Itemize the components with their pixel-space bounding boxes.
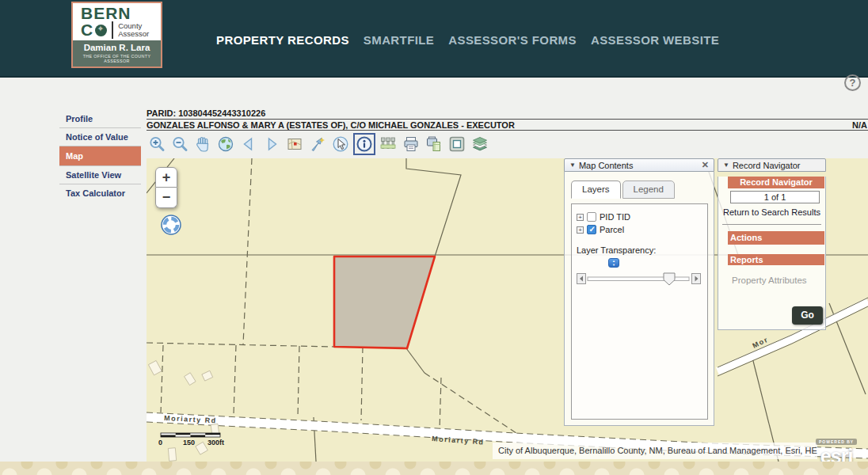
tool-locate[interactable] bbox=[307, 133, 328, 155]
esri-branding: POWERED BY esri bbox=[816, 432, 857, 466]
collapse-caret-icon[interactable]: ▼ bbox=[569, 162, 576, 169]
tool-next-extent[interactable] bbox=[261, 133, 282, 155]
tool-print[interactable] bbox=[401, 133, 421, 155]
record-position-input[interactable]: 1 of 1 bbox=[730, 191, 820, 203]
transparency-stepper[interactable]: ▲▼ bbox=[608, 258, 619, 268]
tool-identify[interactable] bbox=[353, 133, 375, 155]
assessor-name: Damian R. Lara bbox=[74, 43, 160, 52]
logo-tagline: County Assessor bbox=[118, 22, 149, 38]
globe-icon bbox=[216, 135, 235, 154]
sidebar-item-map[interactable]: Map bbox=[59, 146, 141, 165]
close-icon[interactable]: ✕ bbox=[702, 160, 709, 170]
printer-icon bbox=[402, 135, 421, 154]
sidebar-item-tax-calculator[interactable]: Tax Calculator bbox=[59, 184, 141, 202]
go-button[interactable]: Go bbox=[792, 306, 823, 325]
map-contents-title: Map Contents bbox=[579, 161, 633, 170]
assessor-property-records-page: BERN C County Assessor Damian R. Lara TH… bbox=[0, 0, 868, 475]
assessor-office-line: THE OFFICE OF THE COUNTY ASSESSOR bbox=[74, 54, 160, 63]
return-to-search-link[interactable]: Return to Search Results bbox=[718, 207, 825, 217]
tab-layers[interactable]: Layers bbox=[571, 180, 621, 199]
help-icon[interactable]: ? bbox=[844, 74, 861, 91]
pid-tid-checkbox[interactable] bbox=[587, 212, 596, 222]
map-contents-panel: ▼ Map Contents ✕ Layers Legend + PID TID… bbox=[564, 158, 714, 426]
logo-divider bbox=[112, 21, 113, 39]
transparency-slider[interactable] bbox=[577, 272, 702, 287]
nav-assessor-website[interactable]: ASSESSOR WEBSITE bbox=[591, 33, 719, 47]
slider-thumb bbox=[664, 273, 675, 285]
header-right-value: N/A bbox=[852, 120, 867, 130]
sidebar-item-notice-of-value[interactable]: Notice of Value bbox=[59, 127, 141, 146]
logo-top: BERN C County Assessor bbox=[73, 3, 161, 40]
collapse-caret-icon[interactable]: ▼ bbox=[723, 162, 729, 169]
tool-measure[interactable] bbox=[378, 133, 398, 155]
map-contents-header[interactable]: ▼ Map Contents ✕ bbox=[564, 158, 714, 172]
reports-menu-bar[interactable]: Reports bbox=[728, 254, 824, 265]
tool-select[interactable] bbox=[330, 133, 351, 155]
actions-menu-bar[interactable]: Actions bbox=[728, 231, 824, 245]
tool-zoom-out[interactable] bbox=[169, 133, 190, 155]
map-contents-body: Layers Legend + PID TID + Parcel Layer T… bbox=[564, 172, 714, 426]
property-attributes-item[interactable]: Property Attributes bbox=[732, 276, 825, 285]
map-contents-tabs: Layers Legend bbox=[571, 180, 675, 199]
scale-tick-150: 150 bbox=[183, 439, 195, 446]
zoom-out-icon bbox=[170, 135, 189, 154]
tool-overview-map[interactable] bbox=[284, 133, 305, 155]
tool-full-extent[interactable] bbox=[215, 133, 236, 155]
sidebar-nav: Profile Notice of Value Map Satellite Vi… bbox=[59, 110, 141, 202]
scale-tick-300: 300ft bbox=[207, 439, 224, 446]
assessor-name-strip: Damian R. Lara THE OFFICE OF THE COUNTY … bbox=[73, 40, 161, 66]
layer-row-pid-tid: + PID TID bbox=[577, 212, 702, 222]
overview-map-icon bbox=[285, 135, 304, 154]
layer-row-parcel: + Parcel bbox=[577, 225, 702, 234]
powered-by-label: POWERED BY bbox=[816, 439, 857, 445]
zoom-box-icon bbox=[447, 135, 466, 154]
nav-smartfile[interactable]: SMARTFILE bbox=[364, 33, 434, 47]
tool-layers[interactable] bbox=[470, 133, 490, 155]
divider-line bbox=[147, 119, 868, 120]
divider bbox=[722, 224, 821, 225]
zoom-in-icon bbox=[147, 135, 166, 154]
expand-icon[interactable]: + bbox=[577, 214, 584, 221]
print-export-icon bbox=[424, 135, 444, 154]
tool-previous-extent[interactable] bbox=[238, 133, 259, 155]
map-zoom-control: + − bbox=[155, 167, 177, 208]
nav-assessors-forms[interactable]: ASSESSOR'S FORMS bbox=[448, 33, 577, 47]
site-header: BERN C County Assessor Damian R. Lara TH… bbox=[0, 0, 868, 78]
select-cursor-icon bbox=[331, 135, 350, 154]
tab-legend[interactable]: Legend bbox=[622, 180, 675, 199]
transparency-label: Layer Transparency: bbox=[577, 245, 702, 255]
forward-arrow-icon bbox=[262, 135, 281, 154]
bernco-assessor-logo[interactable]: BERN C County Assessor Damian R. Lara TH… bbox=[71, 2, 162, 68]
map-zoom-in-button[interactable]: + bbox=[155, 167, 177, 188]
expand-icon[interactable]: + bbox=[577, 226, 584, 234]
logo-word-bern: BERN bbox=[81, 6, 158, 21]
record-navigator-panel: ▼ Record Navigator Record Navigator 1 of… bbox=[718, 158, 826, 330]
locate-dart-icon bbox=[308, 135, 327, 154]
pan-hand-icon bbox=[193, 135, 212, 154]
layer-label-pid-tid: PID TID bbox=[600, 212, 630, 222]
tool-print-export[interactable] bbox=[424, 133, 444, 155]
owner-line: GONZALES ALFONSO & MARY A (ESTATES OF), … bbox=[147, 120, 515, 130]
scale-tick-0: 0 bbox=[158, 439, 162, 446]
map-zoom-out-button[interactable]: − bbox=[155, 188, 177, 208]
tool-pan[interactable] bbox=[192, 133, 213, 155]
record-navigator-body: Record Navigator 1 of 1 Return to Search… bbox=[718, 177, 826, 330]
identify-info-icon bbox=[355, 135, 374, 154]
record-navigator-header[interactable]: ▼ Record Navigator bbox=[718, 158, 826, 172]
decorative-footer-pattern bbox=[0, 462, 868, 475]
measure-icon bbox=[379, 135, 398, 154]
sidebar-item-satellite-view[interactable]: Satellite View bbox=[59, 165, 141, 184]
tool-zoom-in[interactable] bbox=[147, 133, 167, 155]
tool-zoom-box[interactable] bbox=[447, 133, 467, 155]
map-toolbar bbox=[147, 131, 493, 157]
locate-crosshair-button[interactable] bbox=[160, 214, 182, 236]
nav-property-records[interactable]: PROPERTY RECORDS bbox=[216, 33, 349, 47]
parid-line: PARID: 103804452443310226 bbox=[147, 108, 265, 118]
back-arrow-icon bbox=[239, 135, 258, 154]
record-navigator-bar: Record Navigator bbox=[728, 177, 824, 188]
parcel-checkbox[interactable] bbox=[587, 225, 596, 234]
layers-box: + PID TID + Parcel Layer Transparency: ▲… bbox=[571, 203, 708, 420]
zia-sun-icon bbox=[95, 25, 107, 36]
logo-word-co: C bbox=[81, 22, 93, 38]
sidebar-item-profile[interactable]: Profile bbox=[59, 110, 141, 127]
